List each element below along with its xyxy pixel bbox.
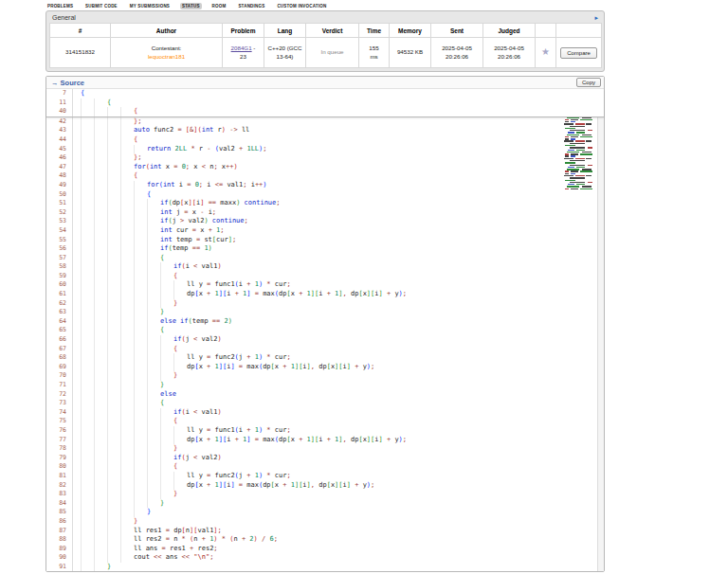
code-line: 81ll y = func2(j + 1) * cur;	[46, 472, 604, 481]
datatable-title: General	[52, 14, 76, 21]
code-line: 63}	[46, 308, 604, 317]
code-line: 80{	[46, 462, 604, 472]
code-line: 7{	[46, 89, 604, 99]
column-header: Problem	[223, 24, 264, 38]
nav-item-room[interactable]: Room	[210, 3, 228, 9]
code-line: 87ll res1 = dp[n][val1];	[46, 527, 604, 536]
expand-arrow-icon[interactable]: ▸	[594, 14, 598, 21]
line-number: 51	[46, 199, 73, 208]
author-handle[interactable]: lequoctran181	[148, 53, 185, 60]
code-line: 85}	[46, 508, 604, 517]
source-header: → Source Copy	[46, 77, 604, 89]
code-text: {	[73, 462, 177, 472]
line-number: 57	[46, 254, 73, 263]
code-line: 55int temp = st[cur];	[46, 236, 604, 245]
code-line: 54int cur = x + 1;	[46, 226, 604, 236]
submissions-table: #AuthorProblemLangVerdictTimeMemorySentJ…	[49, 23, 602, 68]
code-text: }	[73, 381, 164, 390]
lang-cell: C++20 (GCC 13-64)	[264, 38, 306, 68]
code-text: }	[73, 308, 164, 317]
nav-item-my-submissions[interactable]: My Submissions	[128, 3, 172, 9]
code-text: {	[73, 107, 137, 117]
code-line: 78}	[46, 444, 604, 454]
code-line: 65{	[46, 326, 604, 335]
line-number: 7	[46, 89, 73, 99]
code-line: 56if(temp == 1)	[46, 244, 604, 254]
nav-item-problems[interactable]: Problems	[46, 3, 75, 9]
code-line: 79if(j < val2)	[46, 454, 604, 463]
nav-item-standings[interactable]: Standings	[236, 3, 266, 9]
code-line: 82dp[x + 1][i] = max(dp[x + 1][i], dp[x]…	[46, 481, 604, 491]
code-line: 68ll y = func2(j + 1) * cur;	[46, 353, 604, 363]
favorite-star-icon[interactable]: ★	[541, 46, 550, 57]
line-number: 76	[46, 426, 73, 436]
code-line: 53if(j > val2) continue;	[46, 217, 604, 226]
problem-cell: 2084G1 - 23	[223, 38, 264, 68]
code-text: }	[73, 444, 177, 454]
code-line: 52int j = x - i;	[46, 208, 604, 218]
code-line: 40{	[46, 107, 604, 117]
nav-item-custom-invocation[interactable]: Custom Invocation	[275, 3, 328, 9]
code-text: }	[73, 508, 151, 517]
line-number: 88	[46, 535, 73, 545]
code-text: }	[73, 371, 177, 381]
code-line: 74if(i < val1)	[46, 408, 604, 418]
line-number: 71	[46, 381, 73, 390]
compare-button[interactable]: Compare	[560, 47, 597, 59]
code-text: };	[73, 117, 141, 127]
code-text: {	[73, 345, 177, 354]
line-number: 75	[46, 417, 73, 426]
line-number: 47	[46, 163, 73, 172]
code-line: 70}	[46, 371, 604, 381]
time-value: 155	[369, 45, 378, 51]
line-number: 64	[46, 317, 73, 327]
code-text: if(i < val1)	[73, 262, 222, 272]
sent-date: 2025-04-05	[442, 45, 472, 51]
submission-id: 314151832	[50, 38, 111, 68]
code-text: ll y = func2(j + 1) * cur;	[73, 472, 291, 481]
code-line: 69dp[x + 1][i] = max(dp[x + 1][i], dp[x]…	[46, 363, 604, 372]
line-number: 54	[46, 226, 73, 236]
code-line: 59{	[46, 272, 604, 281]
line-number: 80	[46, 462, 73, 472]
code-text: else	[73, 390, 176, 400]
column-header: Lang	[264, 24, 306, 38]
scrollbar-track[interactable]	[597, 89, 604, 571]
code-line: 67{	[46, 345, 604, 354]
copy-button[interactable]: Copy	[576, 78, 601, 87]
code-text: {	[73, 272, 177, 281]
code-text: ll res2 = n * (n + 1) * (n + 2) / 6;	[73, 535, 278, 545]
code-text: if(j < val2)	[73, 454, 222, 463]
code-text: ll y = func2(j + 1) * cur;	[73, 353, 291, 363]
judged-date: 2025-04-05	[494, 45, 524, 51]
code-line: 91}	[46, 563, 604, 572]
source-box: → Source Copy 7{11{40{ 42};43auto func2 …	[46, 76, 605, 572]
code-text: }	[73, 563, 111, 572]
code-text: {	[73, 171, 137, 181]
code-line: 73{	[46, 399, 604, 408]
line-number: 49	[46, 181, 73, 190]
code-line: 62}	[46, 299, 604, 309]
line-number: 48	[46, 171, 73, 181]
code-text: {	[73, 399, 164, 408]
problem-link[interactable]: 2084G1	[231, 45, 252, 51]
column-header: Author	[111, 24, 223, 38]
nav-item-submit-code[interactable]: Submit Code	[83, 3, 119, 9]
verdict-text: In queue	[320, 48, 343, 55]
time-cell: 155 ms	[359, 38, 390, 68]
code-text: }	[73, 517, 137, 527]
table-header-row: #AuthorProblemLangVerdictTimeMemorySentJ…	[50, 24, 602, 38]
column-header: Time	[359, 24, 390, 38]
sent-time: 20:26:06	[446, 53, 468, 60]
nav-item-status[interactable]: Status	[180, 3, 202, 9]
line-number: 62	[46, 299, 73, 309]
code-line: 45return 2LL * r - (val2 + 1LL);	[46, 145, 604, 154]
problem-line2: 23	[240, 53, 246, 60]
code-text: }	[73, 490, 177, 499]
line-number: 78	[46, 444, 73, 454]
sent-cell: 2025-04-05 20:26:06	[431, 38, 483, 68]
line-number: 68	[46, 353, 73, 363]
favorite-cell: ★	[536, 38, 556, 68]
code-line: 61dp[x + 1][i + 1] = max(dp[x + 1][i + 1…	[46, 290, 604, 299]
code-text: cout << ans << "\n";	[73, 553, 213, 563]
